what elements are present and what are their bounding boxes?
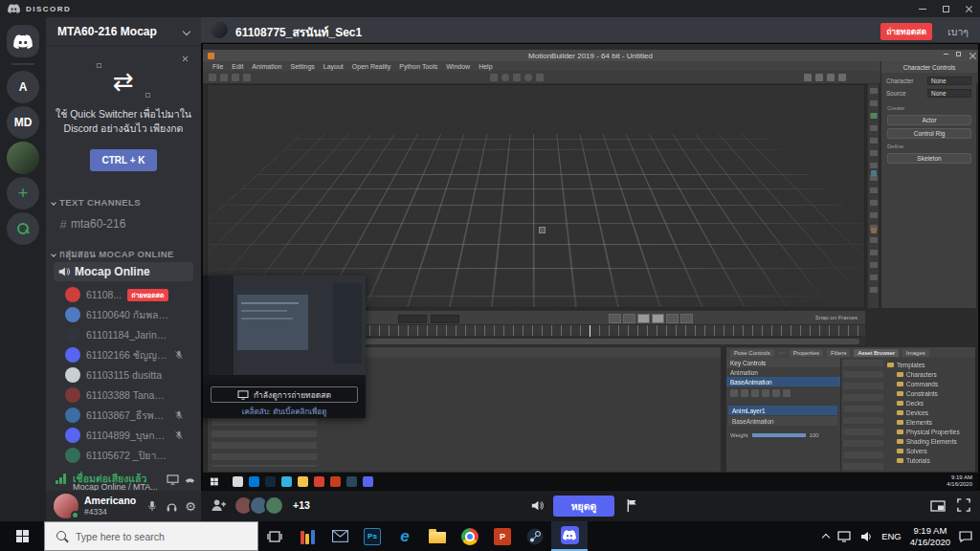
key-buttons[interactable] (730, 389, 791, 397)
voice-member[interactable]: 61103115 dusitta (65, 365, 197, 385)
invite-members-button[interactable] (211, 498, 227, 516)
asset-folder[interactable]: Physical Properties (887, 427, 960, 436)
asset-folder[interactable]: Shading Elements (887, 436, 960, 446)
shortcut-kbd-button[interactable]: CTRL + K (90, 149, 156, 171)
asset-folder[interactable]: Tutorials (887, 455, 960, 465)
voice-member[interactable]: 61102166 ชัญญานุช ... (65, 345, 197, 364)
mb-menu-item[interactable]: Animation (252, 63, 281, 70)
mb-menu-item[interactable]: File (212, 63, 223, 70)
taskbar-app-steam[interactable] (519, 521, 551, 551)
voice-member[interactable]: 61101184_Jarinporn (65, 325, 197, 344)
source-dropdown[interactable]: None (927, 89, 971, 98)
maximize-button[interactable] (934, 0, 957, 17)
dismiss-card-button[interactable] (178, 52, 191, 65)
time-field[interactable] (431, 315, 459, 323)
weight-slider[interactable] (752, 433, 806, 437)
skeleton-button[interactable]: Skeleton (887, 153, 971, 164)
taskbar-app-discord[interactable] (551, 521, 588, 551)
anim-layer-row[interactable]: BaseAnimation (728, 416, 837, 426)
streamer-avatar[interactable] (211, 21, 228, 38)
actor-button[interactable]: Actor (887, 115, 971, 125)
asset-folder[interactable]: Solvers (887, 446, 960, 455)
control-rig-button[interactable]: Control Rig (887, 128, 971, 139)
timeline-cursor[interactable] (590, 325, 590, 337)
mb-menu-item[interactable]: Open Reality (352, 63, 390, 70)
server-icon-a[interactable]: A (7, 71, 39, 103)
viewer-avatar[interactable] (264, 496, 284, 516)
mb-menu-item[interactable]: Layout (323, 63, 344, 70)
mb-menu-item[interactable]: Help (479, 63, 492, 70)
taskbar-app-mail[interactable] (323, 521, 356, 551)
mb-menu-item[interactable]: Python Tools (399, 63, 437, 70)
mic-button[interactable] (144, 497, 161, 515)
fullscreen-button[interactable] (957, 498, 970, 516)
asset-folder-root[interactable]: Templates (887, 360, 960, 369)
resource-tab[interactable]: Asset Browser (854, 349, 899, 357)
voice-member[interactable]: 61105672 _ปิยาพัชร (65, 446, 197, 465)
taskbar-search[interactable] (44, 521, 258, 551)
voice-member[interactable]: 61100640 กัมพล เง... (65, 305, 197, 324)
step-forward-button[interactable] (666, 314, 679, 323)
explore-servers-button[interactable] (7, 212, 39, 245)
mb-menu-item[interactable]: Edit (232, 63, 243, 70)
report-stream-button[interactable] (626, 498, 638, 517)
viewer-overflow-count[interactable]: +13 (293, 499, 310, 511)
screenshare-icon[interactable] (167, 472, 179, 489)
deafen-button[interactable] (163, 497, 180, 515)
stream-viewport[interactable]: MotionBuilder 2019 - 64 bit - Untitled F… (201, 42, 980, 491)
close-button[interactable] (957, 0, 980, 17)
anim-layer-row[interactable]: AnimLayer1 (728, 406, 837, 415)
taskbar-app-powerpoint[interactable]: P (486, 521, 519, 551)
notification-center-icon[interactable] (959, 531, 972, 542)
taskbar-app-photoshop[interactable]: Ps (356, 521, 389, 551)
resource-tab[interactable]: Pose Controls (730, 349, 774, 357)
search-input[interactable] (76, 531, 238, 542)
voice-group-section[interactable]: กลุ่มสอน MOCAP ONLINE (52, 247, 174, 261)
taskbar-app-notes[interactable] (291, 521, 323, 551)
asset-folder[interactable]: Commands (887, 379, 960, 388)
text-channels-section[interactable]: TEXT CHANNELS (52, 197, 141, 208)
language-indicator[interactable]: ENG (881, 531, 902, 541)
resource-tab[interactable]: Properties (790, 349, 823, 357)
rewind-button[interactable] (609, 314, 621, 323)
resource-tab[interactable]: Filters (827, 349, 850, 357)
asset-folder[interactable]: Constraints (887, 388, 960, 398)
settings-button[interactable]: ⚙ (182, 497, 199, 515)
taskbar-app-edge[interactable]: e (389, 521, 421, 551)
voice-member[interactable]: 61103867_ธีรพงษ์_sec1 (65, 406, 197, 425)
mb-menu-item[interactable]: Window (446, 63, 470, 70)
disconnect-call-icon[interactable] (184, 472, 196, 489)
fast-forward-button[interactable] (680, 314, 693, 323)
asset-shortcuts[interactable] (843, 360, 883, 471)
voice-member[interactable]: 61108... ถ่ายทอดสด (65, 285, 197, 304)
start-button[interactable] (0, 521, 44, 551)
channel-mta60-216[interactable]: # mta60-216 (54, 214, 193, 233)
server-icon-md[interactable]: MD (7, 106, 39, 139)
tray-speaker-icon[interactable] (859, 531, 873, 542)
stream-volume-button[interactable] (530, 498, 545, 517)
animation-dropdown[interactable]: Animation (726, 367, 840, 377)
asset-folder-tree[interactable]: Templates Characters Commands Constraint… (887, 360, 960, 465)
mb-menu-item[interactable]: Settings (290, 63, 314, 70)
voice-member[interactable]: 61104899_บุษกร_S... (65, 426, 197, 445)
stream-quality-label[interactable]: เบาๆ (947, 24, 969, 40)
play-button[interactable] (652, 314, 664, 323)
resource-tab[interactable]: Images (902, 349, 929, 357)
resource-tab[interactable] (778, 352, 786, 354)
asset-folder[interactable]: Characters (887, 369, 960, 379)
taskbar-app-explorer[interactable] (421, 521, 454, 551)
stream-pip-preview[interactable]: กำลังดูการถ่ายทอดสด เคล็ดลับ: ดับเบิ้ลคล… (203, 276, 366, 418)
character-dropdown[interactable]: None (927, 77, 971, 85)
home-server-button[interactable] (7, 25, 39, 57)
asset-folder[interactable]: Decks (887, 398, 960, 408)
snap-dropdown[interactable]: Snap on Frames (815, 315, 858, 320)
server-icon-current[interactable] (7, 142, 39, 174)
minimize-button[interactable] (911, 0, 934, 17)
voice-member[interactable]: 61103388 Tanadon (65, 386, 197, 405)
tray-expand-icon[interactable] (822, 534, 830, 541)
stop-button[interactable] (637, 314, 650, 323)
popout-player-button[interactable] (930, 498, 946, 516)
step-back-button[interactable] (623, 314, 635, 323)
mb-3d-viewport[interactable]: View Display (207, 84, 865, 308)
frame-field[interactable] (398, 315, 427, 323)
